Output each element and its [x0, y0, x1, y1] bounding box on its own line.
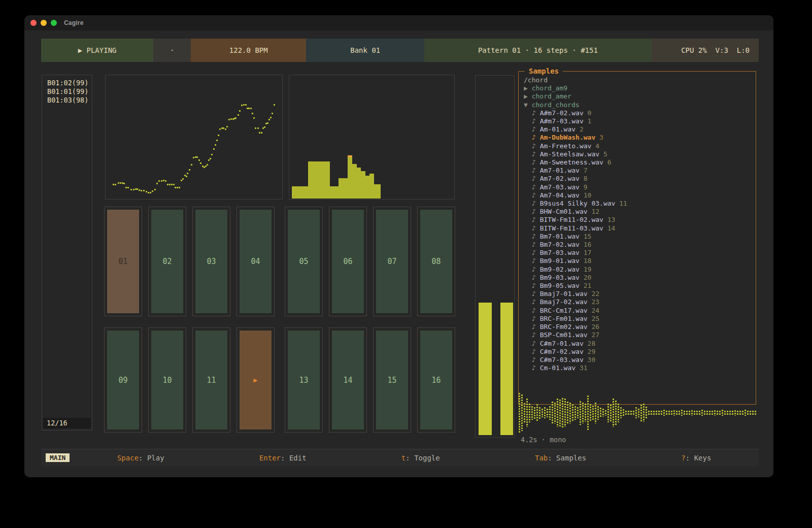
- sample-row[interactable]: ♪ Am-Sweetness.wav 6: [524, 158, 754, 167]
- sample-row[interactable]: ♪ Am7-02.wav 8: [524, 175, 754, 183]
- sample-row[interactable]: ♪ BRC-Cm17.wav 24: [524, 307, 754, 315]
- sample-row[interactable]: ♪ BITW-Fm11-03.wav 14: [524, 224, 754, 233]
- status-segment-beat: ·: [153, 39, 191, 62]
- sample-index: 21: [584, 282, 592, 289]
- track-row[interactable]: B01:01(99): [42, 87, 92, 96]
- sample-index: 31: [580, 364, 588, 372]
- sample-row[interactable]: ♪ C#m7-01.wav 28: [524, 340, 754, 348]
- sample-name: BITW-Fm11-02.wav: [540, 216, 607, 223]
- sample-row[interactable]: ♪ C#m7-03.wav 30: [524, 356, 754, 364]
- sample-row[interactable]: ♪ Am-Steelsaw.wav 5: [524, 150, 754, 158]
- sample-row[interactable]: ♪ Bm9-05.wav 21: [524, 282, 754, 290]
- sample-name: Bmaj7-01.wav: [540, 290, 592, 298]
- scatter-point: [239, 110, 241, 112]
- sample-name: C#m7-02.wav: [540, 348, 588, 355]
- sample-row[interactable]: ♪ BRC-Fm01.wav 25: [524, 315, 754, 323]
- pad-10[interactable]: 10: [148, 327, 186, 433]
- pad-row-1: 0102030405060708: [104, 207, 455, 316]
- pad-03[interactable]: 03: [192, 207, 230, 316]
- scatter-point: [123, 183, 125, 184]
- samples-panel: Samples /chord▶ chord_am9▶ chord_amer▼ c…: [518, 71, 756, 405]
- pad-14[interactable]: 14: [329, 327, 367, 433]
- pad-16[interactable]: 16: [417, 327, 455, 433]
- sample-row[interactable]: ♪ Bm9-01.wav 18: [524, 257, 754, 265]
- sample-name: B9sus4 Silky 03.wav: [540, 200, 620, 207]
- pad-05[interactable]: 05: [285, 207, 323, 316]
- sample-index: 26: [591, 323, 599, 331]
- waveform-column: [717, 411, 718, 415]
- waveform-column: [640, 405, 642, 421]
- key-hint-keys: ?: Keys: [681, 454, 711, 462]
- sample-row[interactable]: ♪ Bmaj7-02.wav 23: [524, 298, 754, 306]
- sample-row[interactable]: ♪ BSP-Cm01.wav 27: [524, 331, 754, 339]
- sample-row[interactable]: ♪ Cm-01.wav 31: [524, 364, 754, 372]
- sample-row[interactable]: ♪ Am-DubWash.wav 3: [524, 134, 754, 142]
- scatter-point: [235, 117, 236, 119]
- sample-row[interactable]: ♪ Bmaj7-01.wav 22: [524, 290, 754, 298]
- sample-row[interactable]: ♪ B9sus4 Silky 03.wav 11: [524, 200, 754, 208]
- pad-08[interactable]: 08: [417, 207, 455, 316]
- music-note-icon: ♪: [532, 142, 540, 150]
- pad-07[interactable]: 07: [373, 207, 411, 316]
- music-note-icon: ♪: [532, 150, 540, 158]
- sample-row[interactable]: ♪ Am-Freeto.wav 4: [524, 142, 754, 150]
- pad-11[interactable]: 11: [192, 327, 230, 433]
- music-note-icon: ♪: [532, 266, 540, 273]
- waveform-column: [745, 410, 746, 416]
- sample-row[interactable]: ♪ BITW-Fm11-02.wav 13: [524, 216, 754, 224]
- status-segment-pattern: Pattern 01 · 16 steps · #151: [424, 39, 651, 62]
- sample-row[interactable]: ♪ Am7-01.wav 7: [524, 167, 754, 175]
- sample-row[interactable]: ♪ Bm7-02.wav 16: [524, 241, 754, 249]
- sample-row[interactable]: ♪ A#m7-03.wav 1: [524, 117, 754, 125]
- sample-index: 14: [607, 224, 616, 232]
- folder-row[interactable]: ▶ chord_am9: [524, 84, 754, 92]
- sample-row[interactable]: ♪ Bm7-03.wav 17: [524, 249, 754, 257]
- scatter-point: [193, 157, 194, 158]
- zoom-button[interactable]: [51, 20, 57, 26]
- chevron-right-icon: ▶: [524, 92, 532, 100]
- sample-row[interactable]: ♪ BRC-Fm02.wav 26: [524, 323, 754, 331]
- pad-13[interactable]: 13: [285, 327, 323, 433]
- waveform-column: [681, 410, 683, 416]
- pad-12[interactable]: ▶: [236, 327, 275, 433]
- music-note-icon: ♪: [532, 117, 540, 125]
- chevron-down-icon: ▼: [524, 101, 532, 109]
- folder-row[interactable]: ▶ chord_amer: [524, 92, 754, 101]
- sample-name: Cm-01.wav: [540, 364, 580, 372]
- status-segment-bpm: 122.0 BPM: [191, 39, 306, 62]
- samples-browser[interactable]: /chord▶ chord_am9▶ chord_amer▼ chord_cho…: [524, 76, 754, 402]
- hint-key: Enter: [259, 454, 281, 462]
- sample-row[interactable]: ♪ A#m7-02.wav 0: [524, 109, 754, 117]
- hint-label: : Keys: [686, 454, 712, 462]
- pad-04[interactable]: 04: [236, 207, 275, 316]
- waveform-column: [676, 411, 678, 415]
- waveform-column: [582, 403, 584, 423]
- track-row[interactable]: B01:02(99): [42, 79, 92, 87]
- music-note-icon: ♪: [532, 233, 540, 240]
- minimize-button[interactable]: [41, 20, 47, 26]
- folder-row[interactable]: ▼ chord_chords: [524, 101, 754, 109]
- hint-key: ?: [681, 454, 685, 462]
- waveform-column: [689, 411, 690, 415]
- key-hint-tab: Tab: Samples: [535, 454, 586, 462]
- pad-01[interactable]: 01: [104, 207, 142, 316]
- sample-row[interactable]: ♪ Bm7-01.wav 15: [524, 233, 754, 241]
- pad-06[interactable]: 06: [329, 207, 367, 316]
- sample-row[interactable]: ♪ Am7-04.wav 10: [524, 191, 754, 200]
- waveform-column: [712, 411, 713, 415]
- histogram-bars: [292, 155, 381, 199]
- pad-09[interactable]: 09: [104, 327, 142, 433]
- sample-row[interactable]: ♪ BHW-Cm01.wav 12: [524, 208, 754, 216]
- track-row[interactable]: B01:03(98): [42, 96, 92, 105]
- pad-02[interactable]: 02: [148, 207, 186, 316]
- sample-row[interactable]: ♪ Bm9-03.wav 20: [524, 274, 754, 282]
- sample-row[interactable]: ♪ Bm9-02.wav 19: [524, 266, 754, 274]
- sample-row[interactable]: ♪ Am-01.wav 2: [524, 125, 754, 134]
- sample-row[interactable]: ♪ Am7-03.wav 9: [524, 183, 754, 191]
- close-button[interactable]: [30, 20, 37, 26]
- pad-15[interactable]: 15: [373, 327, 411, 433]
- waveform-column: [727, 411, 728, 415]
- samples-panel-title: Samples: [525, 67, 563, 75]
- waveform-column: [729, 411, 731, 415]
- sample-row[interactable]: ♪ C#m7-02.wav 29: [524, 348, 754, 356]
